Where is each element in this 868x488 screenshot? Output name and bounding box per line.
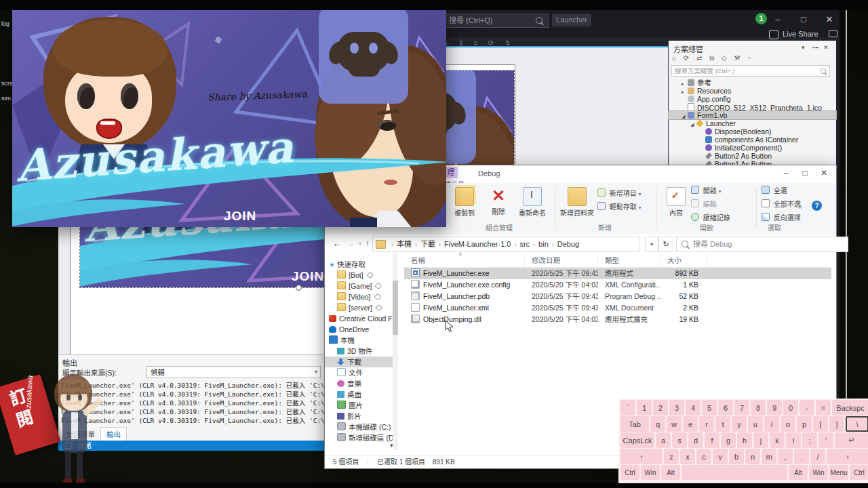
sidebar-item--[interactable]: 本機 (325, 335, 398, 346)
close-icon[interactable]: ✕ (823, 14, 835, 24)
column-header-修改日期[interactable]: 修改日期 (525, 253, 598, 267)
sidebar-item--server-[interactable]: [server] (325, 302, 398, 313)
forward-icon[interactable]: → (347, 239, 355, 248)
tree-item--[interactable]: ▸參考 (669, 79, 836, 87)
key-Ctrl[interactable]: Ctrl (620, 465, 639, 480)
feedback-icon[interactable] (829, 30, 837, 37)
key-Alt[interactable]: Alt (789, 465, 808, 480)
minimize-icon[interactable]: – (779, 168, 793, 178)
tree-item-components-as-icontainer[interactable]: components As IContainer (669, 136, 836, 144)
refresh-icon[interactable]: ↻ (658, 237, 673, 252)
key-e[interactable]: e (683, 416, 698, 432)
key-.[interactable]: . (794, 449, 809, 464)
key-a[interactable]: a (656, 432, 671, 448)
key-2[interactable]: 2 (653, 400, 668, 415)
join-button[interactable]: JOIN (292, 269, 324, 284)
manage-tab-fragment[interactable]: 理 (444, 167, 458, 178)
column-header-大小[interactable]: 大小 (660, 253, 708, 267)
key-d[interactable]: d (688, 432, 703, 448)
output-source-select[interactable]: 偵錯 ▾ (146, 366, 321, 378)
maximize-icon[interactable]: □ (797, 14, 810, 24)
breadcrumb-item[interactable]: src (518, 240, 531, 248)
key-v[interactable]: v (713, 449, 728, 464)
key-3[interactable]: 3 (669, 400, 684, 415)
breadcrumb-item[interactable]: bin (537, 240, 550, 248)
tree-item-app-config[interactable]: App.config (669, 95, 836, 103)
file-list-header[interactable]: 名稱修改日期類型大小 (404, 253, 831, 268)
key-9[interactable]: 9 (767, 400, 782, 415)
tree-item-resources[interactable]: ▸Resources (669, 87, 836, 95)
sidebar-item-3d-[interactable]: 3D 物件 (325, 346, 398, 357)
vs-quick-search-input[interactable]: 搜尋 (Ctrl+Q) (444, 14, 549, 28)
key-4[interactable]: 4 (686, 400, 701, 415)
sidebar-item--[interactable]: 影片 (325, 411, 398, 422)
address-dropdown-icon[interactable]: ▾ (645, 237, 658, 252)
open-button[interactable]: 開啟 ▾ (691, 186, 722, 197)
key-Tab[interactable]: Tab (620, 416, 649, 432)
key-g[interactable]: g (721, 432, 736, 448)
key-↵[interactable]: ↵ (835, 432, 868, 448)
key-j[interactable]: j (753, 432, 768, 448)
help-icon[interactable]: ? (812, 201, 822, 211)
key-Win[interactable]: Win (809, 465, 828, 480)
key-w[interactable]: w (667, 416, 682, 432)
tree-item-launcher[interactable]: ◢Launcher (669, 119, 836, 127)
key-5[interactable]: 5 (702, 400, 717, 415)
key-x[interactable]: x (680, 449, 695, 464)
breadcrumb-item[interactable]: Debug (556, 240, 580, 248)
sidebar-item--[interactable]: 音樂 (325, 378, 398, 389)
key-`[interactable]: ` (620, 400, 635, 415)
sidebar-item--[interactable]: 下載 (325, 357, 398, 367)
key--[interactable]: - (800, 400, 814, 415)
output-tab-輸出[interactable]: 輸出 (100, 427, 127, 441)
copy-to-button[interactable]: 複製到 (448, 186, 481, 218)
edit-button[interactable]: 編輯 (691, 199, 717, 210)
desktop-icon-label[interactable]: scre (1, 80, 13, 87)
pin-icon[interactable]: ⊶ (812, 44, 818, 51)
key-7[interactable]: 7 (734, 400, 749, 415)
key-f[interactable]: f (705, 432, 719, 448)
key-y[interactable]: y (732, 416, 747, 432)
sidebar-item--[interactable]: 文件 (325, 367, 398, 378)
key-space[interactable] (682, 465, 787, 480)
key-/[interactable]: / (810, 449, 825, 464)
selection-resize-handle[interactable] (296, 285, 302, 291)
tree-item-button2-as-button[interactable]: Button2 As Button (669, 152, 836, 160)
key-z[interactable]: z (664, 449, 679, 464)
key-6[interactable]: 6 (718, 400, 733, 415)
key-p[interactable]: p (797, 416, 812, 432)
key-\[interactable]: \ (846, 416, 868, 432)
key-8[interactable]: 8 (751, 400, 766, 415)
key-i[interactable]: i (764, 416, 779, 432)
address-bar[interactable]: ›本機›下載›FiveM-Launcher-1.0›src›bin›Debug (372, 237, 639, 252)
delete-button[interactable]: ✕ 刪除 (482, 186, 515, 216)
tree-item-form1-vb[interactable]: ◢Form1.vb (669, 111, 836, 119)
key-r[interactable]: r (699, 416, 714, 432)
key-Backspc[interactable]: Backspc (832, 400, 868, 415)
sidebar-item--[interactable]: 桌面 (325, 389, 398, 400)
close-icon[interactable]: ✕ (817, 168, 831, 178)
key-n[interactable]: n (745, 449, 760, 464)
recent-chevron-icon[interactable]: ▾ (359, 241, 361, 247)
breadcrumb-item[interactable]: 本機 (395, 240, 413, 248)
key-Win[interactable]: Win (641, 465, 660, 480)
key-,[interactable]: , (778, 449, 793, 464)
key-↑[interactable]: ↑ (827, 449, 868, 464)
chevron-down-icon[interactable]: ▾ (802, 44, 805, 51)
key-][interactable]: ] (829, 416, 844, 432)
key-q[interactable]: q (650, 416, 665, 432)
key-u[interactable]: u (748, 416, 763, 432)
sidebar-item--game-[interactable]: [Game] (325, 281, 398, 291)
file-row[interactable]: FiveM_Launcher.pdb2020/5/25 下午 09:43Prog… (404, 291, 831, 302)
file-row[interactable]: FiveM_Launcher.xml2020/5/25 下午 09:43XML … (404, 302, 831, 314)
live-share-button[interactable]: Live Share (783, 30, 818, 38)
up-icon[interactable]: ↑ (366, 239, 370, 248)
tree-item-discord-512-x512-prancheta-1-ico[interactable]: DISCORD_512_X512_Prancheta_1.ico (669, 103, 836, 111)
new-folder-button[interactable]: 新增資料夾 (559, 186, 595, 218)
vs-project-chip[interactable]: Launcher (552, 14, 591, 26)
sidebar-item--video-[interactable]: [Video] (325, 291, 398, 302)
sidebar-item-onedrive[interactable]: OneDrive (325, 324, 398, 335)
breadcrumb-item[interactable]: FiveM-Launcher-1.0 (443, 240, 512, 248)
key-0[interactable]: 0 (783, 400, 798, 415)
key-m[interactable]: m (762, 449, 776, 464)
